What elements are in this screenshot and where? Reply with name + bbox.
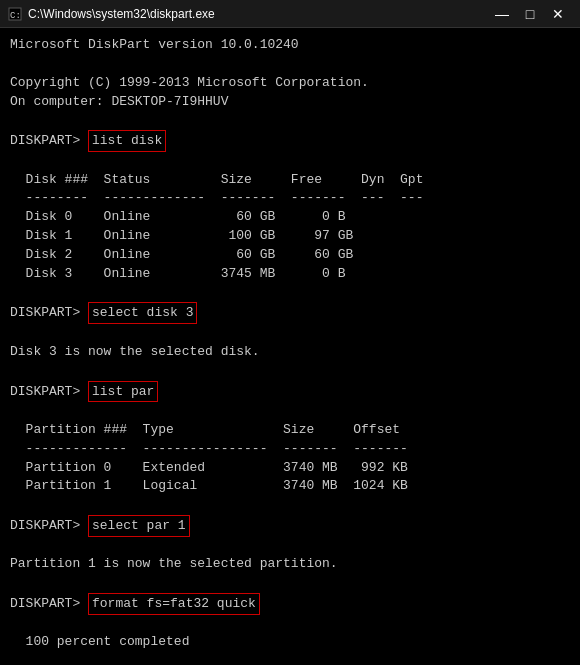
output-line-blank1 xyxy=(10,55,570,74)
table-sep: -------- ------------- ------- ------- -… xyxy=(10,189,570,208)
msg-3: 100 percent completed xyxy=(10,633,570,652)
prompt-2: DISKPART> xyxy=(10,303,88,323)
command-5: format fs=fat32 quick xyxy=(88,593,260,615)
close-button[interactable]: ✕ xyxy=(544,4,572,24)
maximize-button[interactable]: □ xyxy=(516,4,544,24)
command-1: list disk xyxy=(88,130,166,152)
output-line-blank6 xyxy=(10,362,570,381)
prompt-line-4: DISKPART> select par 1 xyxy=(10,515,570,537)
output-line-blank9 xyxy=(10,537,570,556)
title-bar: C: C:\Windows\system32\diskpart.exe — □ … xyxy=(0,0,580,28)
output-line-blank10 xyxy=(10,574,570,593)
app-icon: C: xyxy=(8,7,22,21)
table-header: Disk ### Status Size Free Dyn Gpt xyxy=(10,171,570,190)
prompt-3: DISKPART> xyxy=(10,382,88,402)
prompt-1: DISKPART> xyxy=(10,131,88,151)
prompt-line-5: DISKPART> format fs=fat32 quick xyxy=(10,593,570,615)
prompt-4: DISKPART> xyxy=(10,516,88,536)
window-title: C:\Windows\system32\diskpart.exe xyxy=(28,7,215,21)
title-bar-left: C: C:\Windows\system32\diskpart.exe xyxy=(8,7,215,21)
par1: Partition 1 Logical 3740 MB 1024 KB xyxy=(10,477,570,496)
disk2: Disk 2 Online 60 GB 60 GB xyxy=(10,246,570,265)
output-line-3: Copyright (C) 1999-2013 Microsoft Corpor… xyxy=(10,74,570,93)
output-line-blank2 xyxy=(10,111,570,130)
disk0: Disk 0 Online 60 GB 0 B xyxy=(10,208,570,227)
prompt-line-3: DISKPART> list par xyxy=(10,381,570,403)
terminal-body: Microsoft DiskPart version 10.0.10240 Co… xyxy=(0,28,580,665)
msg-2: Partition 1 is now the selected partitio… xyxy=(10,555,570,574)
output-line-blank12 xyxy=(10,652,570,665)
command-3: list par xyxy=(88,381,158,403)
output-line-blank11 xyxy=(10,615,570,634)
window-controls[interactable]: — □ ✕ xyxy=(488,4,572,24)
par-sep: ------------- ---------------- ------- -… xyxy=(10,440,570,459)
msg-1: Disk 3 is now the selected disk. xyxy=(10,343,570,362)
minimize-button[interactable]: — xyxy=(488,4,516,24)
prompt-line-2: DISKPART> select disk 3 xyxy=(10,302,570,324)
command-2: select disk 3 xyxy=(88,302,197,324)
output-line-blank7 xyxy=(10,402,570,421)
disk1: Disk 1 Online 100 GB 97 GB xyxy=(10,227,570,246)
command-4: select par 1 xyxy=(88,515,190,537)
prompt-line-1: DISKPART> list disk xyxy=(10,130,570,152)
disk3: Disk 3 Online 3745 MB 0 B xyxy=(10,265,570,284)
output-line-blank4 xyxy=(10,284,570,303)
output-line-4: On computer: DESKTOP-7I9HHUV xyxy=(10,93,570,112)
output-line-blank3 xyxy=(10,152,570,171)
par-header: Partition ### Type Size Offset xyxy=(10,421,570,440)
prompt-5: DISKPART> xyxy=(10,594,88,614)
output-line-blank5 xyxy=(10,324,570,343)
svg-text:C:: C: xyxy=(10,11,21,21)
output-line-blank8 xyxy=(10,496,570,515)
par0: Partition 0 Extended 3740 MB 992 KB xyxy=(10,459,570,478)
output-line-1: Microsoft DiskPart version 10.0.10240 xyxy=(10,36,570,55)
